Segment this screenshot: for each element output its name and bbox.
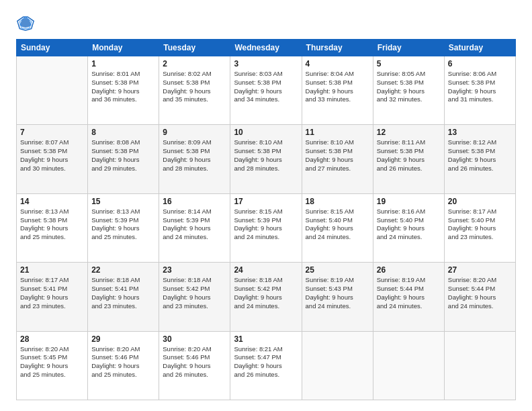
day-number: 27: [448, 265, 512, 275]
day-number: 2: [163, 59, 226, 68]
calendar-cell: 22Sunrise: 8:18 AM Sunset: 5:41 PM Dayli…: [88, 263, 159, 331]
page: SundayMondayTuesdayWednesdayThursdayFrid…: [0, 0, 532, 411]
calendar-cell: [444, 331, 515, 400]
day-number: 14: [20, 197, 84, 206]
day-info: Sunrise: 8:10 AM Sunset: 5:38 PM Dayligh…: [234, 138, 298, 173]
day-number: 7: [20, 128, 84, 137]
day-info: Sunrise: 8:02 AM Sunset: 5:38 PM Dayligh…: [163, 70, 226, 104]
day-info: Sunrise: 8:03 AM Sunset: 5:38 PM Dayligh…: [234, 70, 298, 104]
calendar-week-row: 21Sunrise: 8:17 AM Sunset: 5:41 PM Dayli…: [17, 263, 516, 331]
day-info: Sunrise: 8:06 AM Sunset: 5:38 PM Dayligh…: [448, 70, 512, 104]
calendar-cell: 1Sunrise: 8:01 AM Sunset: 5:38 PM Daylig…: [88, 56, 159, 125]
calendar-cell: 20Sunrise: 8:17 AM Sunset: 5:40 PM Dayli…: [444, 193, 515, 262]
header: [16, 13, 516, 32]
calendar-cell: 13Sunrise: 8:12 AM Sunset: 5:38 PM Dayli…: [444, 125, 515, 193]
calendar-cell: 9Sunrise: 8:09 AM Sunset: 5:38 PM Daylig…: [159, 125, 230, 193]
weekday-thursday: Thursday: [302, 40, 373, 56]
calendar-week-row: 14Sunrise: 8:13 AM Sunset: 5:38 PM Dayli…: [17, 193, 516, 262]
day-info: Sunrise: 8:18 AM Sunset: 5:42 PM Dayligh…: [163, 276, 226, 310]
weekday-tuesday: Tuesday: [159, 40, 230, 56]
day-number: 23: [163, 265, 226, 275]
day-number: 30: [163, 334, 226, 344]
calendar-cell: 12Sunrise: 8:11 AM Sunset: 5:38 PM Dayli…: [373, 125, 444, 193]
calendar-cell: 4Sunrise: 8:04 AM Sunset: 5:38 PM Daylig…: [302, 56, 373, 125]
day-info: Sunrise: 8:13 AM Sunset: 5:39 PM Dayligh…: [91, 208, 155, 242]
day-info: Sunrise: 8:18 AM Sunset: 5:41 PM Dayligh…: [91, 276, 155, 310]
calendar-cell: 5Sunrise: 8:05 AM Sunset: 5:38 PM Daylig…: [373, 56, 444, 125]
calendar-cell: 10Sunrise: 8:10 AM Sunset: 5:38 PM Dayli…: [230, 125, 302, 193]
calendar-cell: 30Sunrise: 8:20 AM Sunset: 5:46 PM Dayli…: [159, 331, 230, 400]
calendar-cell: 3Sunrise: 8:03 AM Sunset: 5:38 PM Daylig…: [230, 56, 302, 125]
day-number: 20: [448, 197, 512, 206]
calendar-cell: 14Sunrise: 8:13 AM Sunset: 5:38 PM Dayli…: [17, 193, 88, 262]
day-info: Sunrise: 8:08 AM Sunset: 5:38 PM Dayligh…: [91, 138, 155, 173]
weekday-friday: Friday: [373, 40, 444, 56]
weekday-saturday: Saturday: [444, 40, 515, 56]
calendar-table: SundayMondayTuesdayWednesdayThursdayFrid…: [16, 39, 516, 400]
calendar-cell: 27Sunrise: 8:20 AM Sunset: 5:44 PM Dayli…: [444, 263, 515, 331]
calendar-cell: 23Sunrise: 8:18 AM Sunset: 5:42 PM Dayli…: [159, 263, 230, 331]
day-number: 29: [91, 334, 155, 344]
day-number: 15: [91, 197, 155, 206]
weekday-wednesday: Wednesday: [230, 40, 302, 56]
day-info: Sunrise: 8:05 AM Sunset: 5:38 PM Dayligh…: [377, 70, 441, 104]
calendar-cell: 26Sunrise: 8:19 AM Sunset: 5:44 PM Dayli…: [373, 263, 444, 331]
calendar-cell: [373, 331, 444, 400]
calendar-cell: 31Sunrise: 8:21 AM Sunset: 5:47 PM Dayli…: [230, 331, 302, 400]
calendar-cell: 29Sunrise: 8:20 AM Sunset: 5:46 PM Dayli…: [88, 331, 159, 400]
day-number: 1: [91, 59, 155, 68]
calendar-cell: 15Sunrise: 8:13 AM Sunset: 5:39 PM Dayli…: [88, 193, 159, 262]
calendar-week-row: 28Sunrise: 8:20 AM Sunset: 5:45 PM Dayli…: [17, 331, 516, 400]
day-info: Sunrise: 8:20 AM Sunset: 5:45 PM Dayligh…: [20, 345, 84, 379]
day-number: 24: [234, 265, 298, 275]
day-number: 21: [20, 265, 84, 275]
calendar-cell: 18Sunrise: 8:15 AM Sunset: 5:40 PM Dayli…: [302, 193, 373, 262]
logo-icon: [16, 13, 35, 32]
day-number: 19: [377, 197, 441, 206]
day-number: 9: [163, 128, 226, 137]
day-info: Sunrise: 8:16 AM Sunset: 5:40 PM Dayligh…: [377, 208, 441, 242]
day-number: 18: [306, 197, 369, 206]
calendar-cell: [17, 56, 88, 125]
day-number: 6: [448, 59, 512, 68]
calendar-cell: 6Sunrise: 8:06 AM Sunset: 5:38 PM Daylig…: [444, 56, 515, 125]
day-info: Sunrise: 8:20 AM Sunset: 5:46 PM Dayligh…: [163, 345, 226, 379]
day-number: 12: [377, 128, 441, 137]
day-number: 28: [20, 334, 84, 344]
day-number: 10: [234, 128, 298, 137]
day-number: 5: [377, 59, 441, 68]
calendar-week-row: 1Sunrise: 8:01 AM Sunset: 5:38 PM Daylig…: [17, 56, 516, 125]
day-info: Sunrise: 8:20 AM Sunset: 5:46 PM Dayligh…: [91, 345, 155, 379]
calendar-cell: 24Sunrise: 8:18 AM Sunset: 5:42 PM Dayli…: [230, 263, 302, 331]
day-info: Sunrise: 8:20 AM Sunset: 5:44 PM Dayligh…: [448, 276, 512, 310]
day-number: 13: [448, 128, 512, 137]
day-info: Sunrise: 8:19 AM Sunset: 5:44 PM Dayligh…: [377, 276, 441, 310]
day-number: 4: [306, 59, 369, 68]
day-info: Sunrise: 8:17 AM Sunset: 5:40 PM Dayligh…: [448, 208, 512, 242]
calendar-cell: 21Sunrise: 8:17 AM Sunset: 5:41 PM Dayli…: [17, 263, 88, 331]
calendar-cell: 11Sunrise: 8:10 AM Sunset: 5:38 PM Dayli…: [302, 125, 373, 193]
day-number: 22: [91, 265, 155, 275]
weekday-header-row: SundayMondayTuesdayWednesdayThursdayFrid…: [17, 40, 516, 56]
calendar-cell: 17Sunrise: 8:15 AM Sunset: 5:39 PM Dayli…: [230, 193, 302, 262]
day-info: Sunrise: 8:14 AM Sunset: 5:39 PM Dayligh…: [163, 208, 226, 242]
day-number: 26: [377, 265, 441, 275]
day-info: Sunrise: 8:04 AM Sunset: 5:38 PM Dayligh…: [306, 70, 369, 104]
calendar-week-row: 7Sunrise: 8:07 AM Sunset: 5:38 PM Daylig…: [17, 125, 516, 193]
logo: [16, 13, 38, 32]
day-number: 25: [306, 265, 369, 275]
day-info: Sunrise: 8:07 AM Sunset: 5:38 PM Dayligh…: [20, 138, 84, 173]
day-info: Sunrise: 8:09 AM Sunset: 5:38 PM Dayligh…: [163, 138, 226, 173]
calendar-cell: 28Sunrise: 8:20 AM Sunset: 5:45 PM Dayli…: [17, 331, 88, 400]
day-info: Sunrise: 8:17 AM Sunset: 5:41 PM Dayligh…: [20, 276, 84, 310]
day-info: Sunrise: 8:15 AM Sunset: 5:40 PM Dayligh…: [306, 208, 369, 242]
calendar-cell: 7Sunrise: 8:07 AM Sunset: 5:38 PM Daylig…: [17, 125, 88, 193]
day-info: Sunrise: 8:21 AM Sunset: 5:47 PM Dayligh…: [234, 345, 298, 379]
calendar-cell: 8Sunrise: 8:08 AM Sunset: 5:38 PM Daylig…: [88, 125, 159, 193]
calendar-cell: 25Sunrise: 8:19 AM Sunset: 5:43 PM Dayli…: [302, 263, 373, 331]
calendar-cell: 19Sunrise: 8:16 AM Sunset: 5:40 PM Dayli…: [373, 193, 444, 262]
day-number: 3: [234, 59, 298, 68]
day-number: 11: [306, 128, 369, 137]
day-info: Sunrise: 8:11 AM Sunset: 5:38 PM Dayligh…: [377, 138, 441, 173]
day-info: Sunrise: 8:19 AM Sunset: 5:43 PM Dayligh…: [306, 276, 369, 310]
